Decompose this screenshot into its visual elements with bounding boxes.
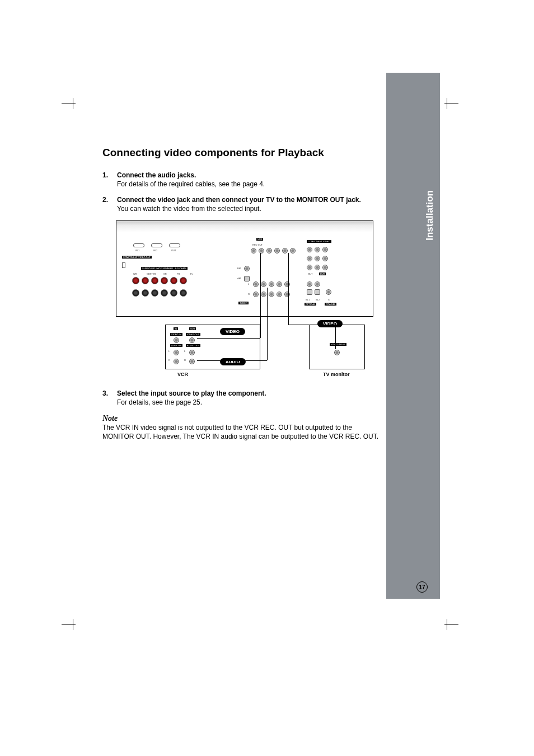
rca-jack-icon xyxy=(251,248,256,253)
panel-label: AUDIO OUT xyxy=(186,344,200,347)
note-body: The VCR IN video signal is not outputted… xyxy=(102,423,382,441)
antenna-icon xyxy=(122,262,125,268)
step-heading: Connect the video jack and then connect … xyxy=(117,196,361,204)
panel-label: COMPONENT VIDEO OUT xyxy=(122,256,152,259)
panel-label: WO xyxy=(133,273,137,275)
rca-jack-icon xyxy=(269,281,274,287)
audio-label: AUDIO xyxy=(220,358,246,365)
rca-jack-icon xyxy=(334,350,340,355)
component-jack-icon xyxy=(315,265,320,270)
antenna-jack-icon xyxy=(244,266,250,271)
antenna-jack-icon xyxy=(244,276,250,281)
panel-label: IN 2 xyxy=(316,298,320,301)
panel-label: COMPONENT VIDEO xyxy=(307,240,331,243)
panel-label: FR xyxy=(177,273,180,275)
cable-line xyxy=(335,325,336,349)
rca-jack-icon xyxy=(174,359,179,364)
rca-jack-icon xyxy=(277,281,282,287)
vcr-caption: VCR xyxy=(177,372,188,377)
video-label: VIDEO xyxy=(317,320,343,327)
panel-label: REC OUT xyxy=(252,243,263,246)
step-1: 1. Connect the audio jacks. For details … xyxy=(102,171,382,188)
optical-jack-icon xyxy=(307,289,312,295)
panel-label: AM xyxy=(237,277,241,280)
panel-label: TUNER xyxy=(238,302,249,304)
digital-jack-icon xyxy=(315,281,320,287)
crop-mark xyxy=(62,624,76,624)
rca-jack-icon xyxy=(290,248,296,253)
page-title: Connecting video components for Playback xyxy=(102,147,382,159)
panel-label: L xyxy=(168,350,170,353)
step-detail: You can watch the video from the selecte… xyxy=(117,205,361,213)
rca-jack-icon xyxy=(282,248,288,253)
panel-label: SURROUND BACK SPEAKER - 8-16OHMS xyxy=(141,267,188,270)
panel-label: IN 2 xyxy=(153,249,157,252)
component-jack-icon xyxy=(307,256,312,261)
binding-post-icon xyxy=(161,289,168,297)
step-2: 2. Connect the video jack and then conne… xyxy=(102,196,382,213)
panel-label: FM xyxy=(237,267,241,270)
digital-jack-icon xyxy=(307,281,312,287)
component-jack-icon xyxy=(307,265,312,270)
step-number: 3. xyxy=(102,389,117,406)
panel-label: AUDIO IN xyxy=(170,344,182,347)
step-3: 3. Select the input source to play the c… xyxy=(102,389,382,406)
panel-label: OUT xyxy=(189,327,196,330)
binding-post-icon xyxy=(170,289,177,297)
rca-jack-icon xyxy=(261,292,266,297)
component-jack-icon xyxy=(322,247,328,252)
binding-post-icon xyxy=(180,289,187,297)
component-jack-icon xyxy=(315,256,320,261)
cable-line xyxy=(197,360,267,361)
panel-label: VIDEO IN xyxy=(170,333,182,336)
panel-label: R xyxy=(184,359,186,361)
rca-jack-icon xyxy=(189,359,195,364)
crop-mark xyxy=(73,619,73,630)
crop-mark xyxy=(447,619,447,630)
binding-post-icon xyxy=(151,289,158,297)
panel-label: OPTICAL xyxy=(305,303,316,306)
crop-mark xyxy=(62,104,76,104)
step-heading: Connect the audio jacks. xyxy=(117,171,196,179)
cable-line xyxy=(267,288,268,360)
rca-jack-icon xyxy=(189,337,195,343)
panel-label: DVD xyxy=(319,273,326,275)
rca-jack-icon xyxy=(274,248,280,253)
receiver-rear-panel: IN 1 IN 2 OUT COMPONENT VIDEO OUT SURROU… xyxy=(116,220,373,317)
rca-jack-icon xyxy=(284,292,290,297)
crop-mark xyxy=(444,624,458,624)
step-number: 2. xyxy=(102,196,117,213)
rca-jack-icon xyxy=(189,350,195,355)
binding-post-icon xyxy=(151,277,158,284)
rca-jack-icon xyxy=(284,281,290,287)
section-tab: Installation xyxy=(386,73,440,599)
section-tab-label: Installation xyxy=(424,190,435,241)
panel-label: R xyxy=(248,293,250,295)
panel-label: VIDEO OUT xyxy=(186,333,200,336)
rca-jack-icon xyxy=(253,292,259,297)
panel-label: CENTER xyxy=(147,273,156,275)
panel-label: OUT xyxy=(171,249,176,252)
cable-line xyxy=(197,338,260,339)
component-jack-icon xyxy=(322,256,328,261)
optical-jack-icon xyxy=(315,289,320,295)
panel-label: L xyxy=(184,350,185,353)
component-jack-icon xyxy=(322,265,328,270)
tv-monitor-device: VIDEO INPUT xyxy=(309,325,365,369)
note-heading: Note xyxy=(102,414,382,423)
binding-post-icon xyxy=(161,277,168,284)
rca-jack-icon xyxy=(259,248,264,253)
page-number: 17 xyxy=(416,581,428,593)
connector-icon xyxy=(169,243,180,247)
panel-label: IN xyxy=(174,327,178,330)
coaxial-jack-icon xyxy=(326,289,331,295)
video-label: VIDEO xyxy=(220,328,245,335)
panel-label: L xyxy=(248,283,249,285)
step-detail: For details, see the page 25. xyxy=(117,398,266,406)
step-detail: For details of the required cables, see … xyxy=(117,180,265,188)
binding-post-icon xyxy=(170,277,177,284)
tv-caption: TV monitor xyxy=(323,372,350,377)
panel-label: OUT xyxy=(308,273,312,275)
panel-label: FL xyxy=(190,273,193,275)
binding-post-icon xyxy=(142,289,149,297)
